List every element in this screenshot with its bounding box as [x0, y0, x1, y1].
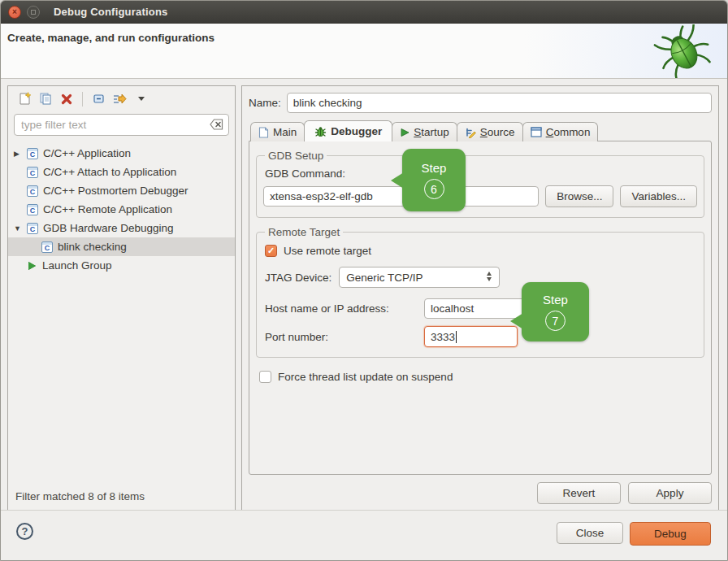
port-input[interactable]: 3333	[424, 326, 518, 347]
step-7-callout: Step 7	[522, 282, 589, 341]
delete-configuration-icon[interactable]	[57, 89, 76, 109]
gdb-setup-group: GDB Setup GDB Command: Browse... Variabl…	[256, 150, 704, 218]
expander-expanded-icon[interactable]: ▼	[14, 224, 27, 233]
close-button[interactable]: Close	[557, 522, 623, 544]
debug-configurations-dialog: × Debug Configurations Create, manage, a…	[0, 0, 728, 561]
configuration-tree: ▶ C C/C++ Application C C/C++ Attach to …	[8, 141, 235, 484]
common-window-icon	[531, 127, 542, 137]
remote-target-group: Remote Target ✓ Use remote target JTAG D…	[256, 226, 704, 358]
titlebar[interactable]: × Debug Configurations	[1, 1, 727, 24]
jtag-device-label: JTAG Device:	[265, 272, 332, 284]
step-6-callout: Step 6	[402, 149, 466, 211]
expander-collapsed-icon[interactable]: ▶	[14, 150, 27, 158]
gdb-command-input[interactable]	[263, 186, 539, 207]
tab-main[interactable]: Main	[250, 122, 305, 141]
source-lookup-icon	[465, 127, 476, 138]
collapse-all-icon[interactable]	[89, 89, 108, 109]
tree-item-blink-checking[interactable]: C blink checking	[8, 237, 235, 256]
debugger-tab-content: GDB Setup GDB Command: Browse... Variabl…	[249, 141, 712, 475]
configuration-editor: Name: Main	[241, 85, 719, 511]
help-button[interactable]: ?	[16, 523, 33, 540]
debugger-bug-icon	[314, 126, 327, 137]
dialog-footer: ? Close Debug	[1, 510, 727, 560]
name-label: Name:	[249, 97, 281, 109]
dropdown-menu-icon[interactable]	[131, 89, 150, 109]
tree-item-launch-group[interactable]: Launch Group	[8, 256, 235, 275]
tab-source[interactable]: Source	[457, 122, 523, 141]
launch-group-icon	[28, 262, 36, 270]
revert-button[interactable]: Revert	[537, 482, 621, 504]
name-input[interactable]	[287, 93, 712, 113]
c-application-icon: C	[27, 185, 38, 197]
clear-filter-icon[interactable]	[210, 119, 223, 133]
debug-button[interactable]: Debug	[630, 522, 711, 546]
name-row: Name:	[249, 93, 712, 113]
jtag-device-combo[interactable]: Generic TCP/IP	[339, 267, 500, 288]
toolbar-separator	[82, 92, 83, 107]
tree-item-cpp-attach[interactable]: C C/C++ Attach to Application	[8, 163, 235, 181]
use-remote-target-label: Use remote target	[284, 245, 371, 257]
new-configuration-icon[interactable]	[15, 89, 34, 109]
browse-button[interactable]: Browse...	[545, 185, 613, 207]
c-application-icon: C	[27, 223, 38, 234]
c-application-icon: C	[27, 167, 38, 178]
port-label: Port number:	[265, 331, 424, 343]
apply-button[interactable]: Apply	[628, 482, 712, 504]
tab-bar: Main Debugger Startup	[249, 120, 712, 141]
configurations-sidebar: ▶ C C/C++ Application C C/C++ Attach to …	[7, 85, 236, 511]
tab-startup[interactable]: Startup	[392, 122, 457, 141]
sidebar-toolbar	[8, 86, 235, 111]
c-application-icon: C	[27, 148, 38, 159]
tree-item-gdb-hardware-debugging[interactable]: ▼ C GDB Hardware Debugging	[8, 219, 235, 237]
header-banner: Create, manage, and run configurations	[1, 24, 727, 79]
gdb-command-label: GDB Command:	[265, 167, 697, 180]
window-maximize-icon[interactable]	[27, 6, 40, 19]
tree-item-cpp-application[interactable]: ▶ C C/C++ Application	[8, 144, 235, 163]
callout-tail-icon	[510, 313, 523, 329]
duplicate-configuration-icon[interactable]	[36, 89, 55, 109]
text-cursor	[456, 331, 457, 343]
c-application-icon: C	[41, 241, 53, 253]
filter-input[interactable]	[14, 114, 229, 136]
host-label: Host name or IP address:	[265, 302, 424, 315]
c-application-icon: C	[27, 204, 38, 215]
gdb-setup-title: GDB Setup	[265, 150, 327, 162]
apply-row: Revert Apply	[249, 482, 712, 504]
window-title: Debug Configurations	[54, 6, 168, 18]
tab-debugger[interactable]: Debugger	[304, 120, 392, 141]
bug-banner-icon	[651, 24, 714, 80]
tab-common[interactable]: Common	[522, 122, 599, 141]
use-remote-target-checkbox[interactable]: ✓	[265, 245, 277, 257]
startup-play-icon	[400, 128, 410, 137]
tree-item-cpp-postmortem[interactable]: C C/C++ Postmortem Debugger	[8, 181, 235, 200]
variables-button[interactable]: Variables...	[620, 185, 697, 207]
filter-match-status: Filter matched 8 of 8 items	[8, 484, 235, 511]
spinner-arrows-icon	[487, 272, 492, 281]
remote-target-title: Remote Target	[265, 226, 343, 238]
dialog-subtitle: Create, manage, and run configurations	[7, 32, 214, 44]
force-thread-list-checkbox[interactable]	[259, 371, 271, 383]
window-close-icon[interactable]: ×	[8, 6, 21, 19]
page-icon	[258, 127, 269, 138]
force-thread-list-label: Force thread list update on suspend	[278, 371, 453, 383]
filter-field-wrap	[14, 114, 229, 136]
filter-configurations-icon[interactable]	[110, 89, 129, 109]
tree-item-cpp-remote[interactable]: C C/C++ Remote Application	[8, 200, 235, 219]
callout-tail-icon	[391, 172, 404, 189]
